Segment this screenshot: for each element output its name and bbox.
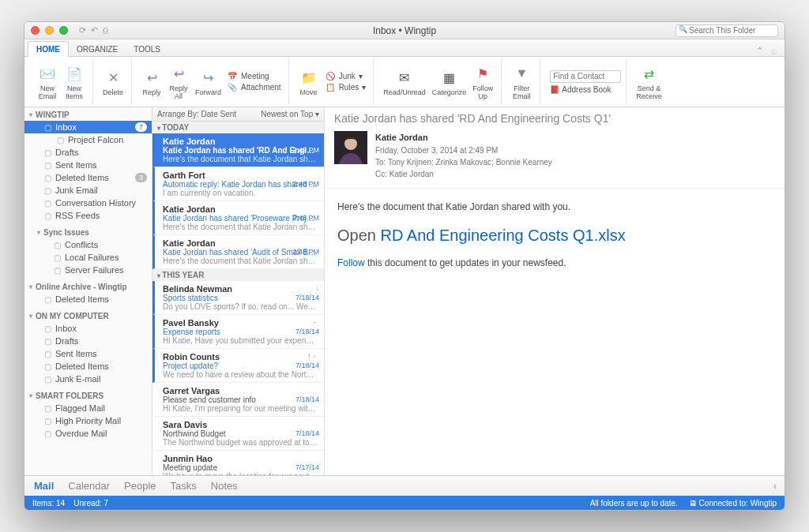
meeting-button[interactable]: 📅Meeting [224,71,284,81]
sidebar-item[interactable]: ▢Server Failures [24,264,152,276]
arrange-by-label[interactable]: Arrange By: Date Sent [157,110,236,118]
rules-button[interactable]: 📋Rules ▾ [322,82,369,92]
message-item[interactable]: Katie JordanKatie Jordan has shared 'RD … [152,133,324,167]
follow-line: Follow this document to get updates in y… [337,256,772,271]
sidebar-item[interactable]: ▢Sent Items [24,159,152,171]
move-button[interactable]: 📁Move [295,66,322,98]
follow-up-button[interactable]: ⚑Follow Up [469,62,496,102]
message-item[interactable]: Garth FortAutomatic reply: Katie Jordan … [152,167,324,201]
sidebar-item[interactable]: ▢Deleted Items [24,293,152,305]
sidebar-item[interactable]: ▢Inbox7 [24,121,152,133]
sidebar-item[interactable]: ▢RSS Feeds [24,209,152,222]
search-input[interactable] [675,24,778,37]
msg-from: Garth Fort [163,170,318,180]
msg-preview: Here's the document that Katie Jordan sh… [163,155,318,163]
sidebar-item[interactable]: ▢High Priority Mail [24,414,152,427]
sidebar-item[interactable]: ▢Junk Email [24,184,152,197]
collapse-ribbon-icon[interactable]: ⌃ [756,46,763,56]
folder-icon: ▢ [42,362,53,371]
reading-meta: Katie Jordan Friday, October 3, 2014 at … [375,131,552,180]
sidebar-item[interactable]: ▢Deleted Items3 [24,171,152,184]
sync-icon[interactable]: ⟳ [79,25,86,36]
message-item[interactable]: Belinda Newman↓Sports statistics7/18/14D… [152,281,324,315]
sidebar-item[interactable]: ▢Drafts [24,335,152,347]
msg-from: Junmin Hao [163,454,318,463]
msglist-section[interactable]: THIS YEAR [152,269,324,281]
message-item[interactable]: Garret VargasPlease send customer info7/… [152,383,324,417]
attachment-button[interactable]: 📎Attachment [224,82,284,92]
sidebar-item-label: Drafts [55,336,78,346]
undo-icon[interactable]: ↶ [91,25,98,36]
zoom-button[interactable] [59,26,68,35]
close-button[interactable] [31,26,40,35]
sidebar-item[interactable]: ▢Junk E-mail [24,373,152,385]
new-email-icon: ✉️ [37,63,58,84]
sidebar-section[interactable]: SMART FOLDERS [24,390,152,402]
message-item[interactable]: Katie JordanKatie Jordan has shared 'Pro… [152,201,324,235]
tab-organize[interactable]: ORGANIZE [69,42,126,56]
msglist-section[interactable]: TODAY [152,122,324,133]
sidebar-item[interactable]: ▢Deleted Items [24,360,152,373]
sidebar-item[interactable]: ▢Drafts [24,146,152,159]
tab-home[interactable]: HOME [28,41,69,57]
message-list-header[interactable]: Arrange By: Date Sent Newest on Top ▾ [152,107,324,122]
message-item[interactable]: Sara DavisNorthwind Budget7/18/14The Nor… [152,417,324,451]
sidebar-item[interactable]: ▢Conflicts [24,238,152,251]
unread-badge: 3 [135,173,147,182]
titlebar: ⟳ ↶ ⎙ Inbox • Wingtip [24,22,785,39]
document-link[interactable]: RD And Engineering Costs Q1.xlsx [380,227,625,244]
message-item[interactable]: Robin Counts! ←Project update?7/18/14We … [152,349,324,383]
nav-mail[interactable]: Mail [34,480,54,492]
sort-order-label[interactable]: Newest on Top ▾ [261,110,319,118]
msg-time: 7/17/14 [295,463,319,471]
reply-button[interactable]: ↩Reply [138,66,165,98]
minimize-button[interactable] [45,26,54,35]
message-item[interactable]: Katie JordanKatie Jordan has shared 'Aud… [152,235,324,269]
tab-tools[interactable]: TOOLS [126,42,168,56]
msg-time: 2:48 PM [292,248,319,256]
message-item[interactable]: Junmin HaoMeeting update7/17/14We have t… [152,451,324,475]
sidebar-item[interactable]: ▢Inbox [24,322,152,335]
sidebar-section[interactable]: Sync Issues [24,227,152,238]
sidebar-item[interactable]: ▢Flagged Mail [24,402,152,414]
new-email-button[interactable]: ✉️New Email [34,62,61,102]
msg-from: Sara Davis [163,420,318,429]
reply-all-button[interactable]: ↩Reply All [165,62,192,102]
forward-button[interactable]: ↪Forward [192,66,224,98]
sidebar-item[interactable]: ▢Sent Items [24,347,152,360]
sidebar-section[interactable]: WINGTIP [24,109,152,121]
sidebar-item[interactable]: ▢Local Failures [24,251,152,264]
unread-badge: 7 [135,122,147,132]
junk-button[interactable]: 🚫Junk ▾ [322,71,369,81]
nav-tasks[interactable]: Tasks [171,480,197,492]
sidebar-item[interactable]: ▢Overdue Mail [24,427,152,440]
help-icon[interactable]: ☺ [769,47,778,56]
print-icon[interactable]: ⎙ [103,25,108,36]
message-list-scroll[interactable]: TODAYKatie JordanKatie Jordan has shared… [152,122,324,475]
delete-button[interactable]: ✕Delete [100,66,126,98]
message-item[interactable]: Pavel Bansky←Expense reports7/18/14Hi Ka… [152,315,324,349]
nav-calendar[interactable]: Calendar [68,480,110,492]
read-unread-button[interactable]: ✉Read/Unread [380,66,429,98]
folder-search[interactable] [675,24,778,37]
sidebar-section[interactable]: ON MY COMPUTER [24,310,152,322]
address-book-button[interactable]: 📕Address Book [550,85,621,94]
follow-link[interactable]: Follow [337,257,365,268]
folder-sidebar[interactable]: WINGTIP▢Inbox7▢Project Falcon▢Drafts▢Sen… [24,107,152,475]
msg-preview: I am currently on vacation. [163,189,318,197]
new-items-button[interactable]: 📄New Items [61,62,88,102]
find-contact-input[interactable] [550,70,621,83]
sidebar-item-label: Junk E-mail [55,374,100,384]
nav-notes[interactable]: Notes [211,480,238,492]
send-receive-button[interactable]: ⇄Send & Receive [633,62,665,102]
msg-from: Katie Jordan [163,238,318,248]
sidebar-item[interactable]: ▢Conversation History [24,197,152,209]
filter-email-button[interactable]: ▼Filter Email [508,62,535,102]
nav-more[interactable]: ‹ [773,481,777,492]
sidebar-item-label: Inbox [55,122,77,132]
send-receive-icon: ⇄ [639,63,660,84]
categorize-button[interactable]: ▦Categorize [429,66,470,98]
sidebar-item[interactable]: ▢Project Falcon [24,133,152,146]
nav-people[interactable]: People [124,480,156,492]
sidebar-section[interactable]: Online Archive - Wingtip [24,281,152,293]
